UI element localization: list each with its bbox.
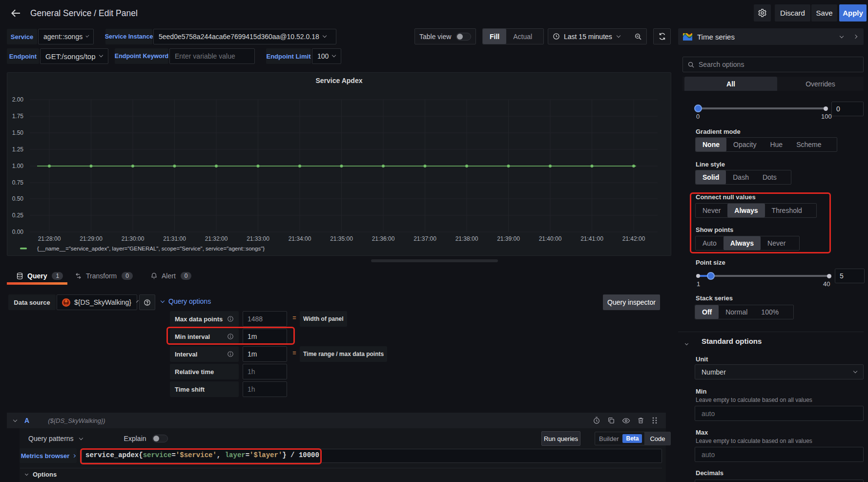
- svg-text:21:34:00: 21:34:00: [289, 235, 311, 242]
- svg-text:1.25: 1.25: [12, 146, 24, 153]
- svg-text:21:30:00: 21:30:00: [122, 235, 145, 242]
- svg-text:0.50: 0.50: [12, 195, 24, 202]
- svg-text:21:39:00: 21:39:00: [497, 235, 520, 242]
- svg-text:21:35:00: 21:35:00: [330, 235, 353, 242]
- svg-text:0.75: 0.75: [12, 179, 24, 186]
- svg-text:0.25: 0.25: [12, 212, 24, 219]
- svg-text:21:36:00: 21:36:00: [372, 235, 395, 242]
- svg-text:1.00: 1.00: [12, 163, 24, 169]
- svg-text:{__name__="service_apdex", lay: {__name__="service_apdex", layer="GENERA…: [37, 246, 265, 251]
- svg-text:21:38:00: 21:38:00: [455, 235, 478, 242]
- svg-text:21:41:00: 21:41:00: [580, 235, 603, 242]
- svg-text:21:33:00: 21:33:00: [247, 235, 269, 242]
- svg-text:1.75: 1.75: [12, 113, 24, 120]
- svg-text:21:40:00: 21:40:00: [539, 235, 562, 242]
- svg-text:2.00: 2.00: [12, 96, 24, 103]
- svg-text:21:28:00: 21:28:00: [38, 235, 61, 242]
- svg-text:0.00: 0.00: [12, 229, 24, 235]
- svg-text:21:42:00: 21:42:00: [622, 235, 645, 242]
- svg-text:21:29:00: 21:29:00: [80, 235, 103, 242]
- svg-text:21:32:00: 21:32:00: [205, 235, 228, 242]
- svg-text:21:31:00: 21:31:00: [163, 235, 186, 242]
- svg-text:21:37:00: 21:37:00: [413, 235, 436, 242]
- svg-text:1.50: 1.50: [12, 129, 24, 136]
